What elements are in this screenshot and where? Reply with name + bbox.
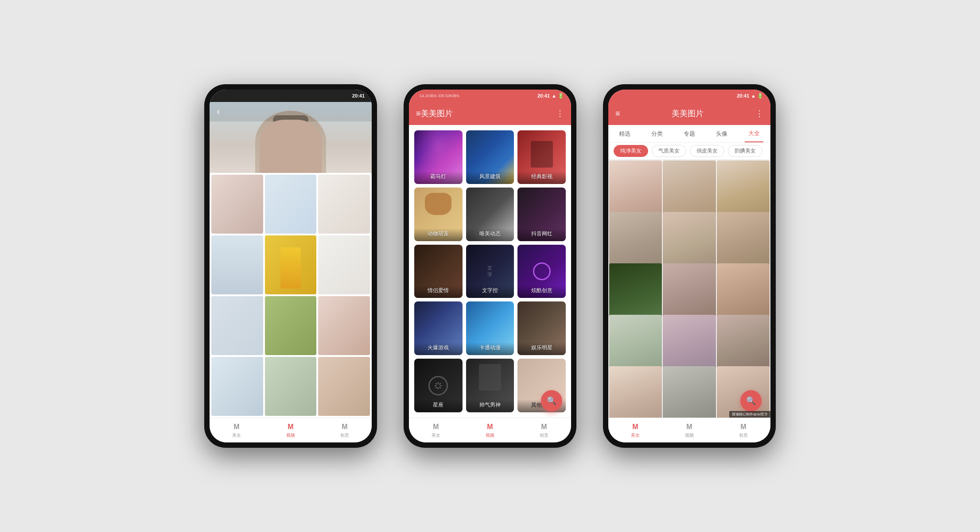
nav2-creative-label: 创意 [540,432,548,438]
cat-animals-label: 动物萌宠 [414,228,463,241]
filter-charm[interactable]: 韵腆美女 [728,145,762,157]
nav-item-creative[interactable]: M 创意 [318,420,372,441]
nav-meinv-label: 美女 [232,432,241,438]
nav3-item-meinv[interactable]: M 美女 [608,420,662,441]
phone-2-status-time: 20:41 [537,93,550,98]
phone-3-fab-icon: 🔍 [746,396,756,406]
status-icons: ▲ 🔋 [552,93,564,99]
cat-movie[interactable]: 经典影视 [517,130,566,184]
nav-item-meinv[interactable]: M 美女 [210,420,264,441]
phone-3-menu-icon[interactable]: ≡ [615,109,620,118]
nav3-item-video[interactable]: M 视频 [662,420,716,441]
phone-2-app-title: 美美图片 [421,108,556,119]
cat-douyin[interactable]: 抖音网红 [517,188,566,241]
cat-landscape[interactable]: 风景建筑 [466,130,514,184]
beauty-photo-grid [608,160,770,418]
phone-2-status-bar: 14.1KiB/s 335.53KiB/s 20:41 ▲ 🔋 [409,90,571,102]
phone-3-app-title: 美美图片 [620,108,755,119]
cat-anime[interactable]: 唯美动态 [466,188,514,241]
nav-meinv-icon: M [231,422,242,431]
phone-3-app-bar: ≡ 美美图片 ⋮ [608,102,770,125]
phone-3-fab[interactable]: 🔍 [740,390,762,411]
nav2-meinv-icon: M [431,422,441,431]
gallery-cell[interactable] [265,296,317,355]
tab-daquan[interactable]: 大全 [745,125,763,142]
scene: 20:41 ‹ [0,0,980,532]
nav2-meinv-label: 美女 [432,432,440,438]
phone-3-status-bar: 20:41 ▲ 🔋 [608,90,770,102]
phone-2-screen: 14.1KiB/s 335.53KiB/s 20:41 ▲ 🔋 ≡ 美美图片 ⋮… [409,90,571,442]
watermark: 屋城精心制作@3d官方 [729,411,770,418]
cat-movie-label: 经典影视 [517,171,566,184]
nav3-meinv-label: 美女 [631,432,640,438]
phone-3: 20:41 ▲ 🔋 ≡ 美美图片 ⋮ 精选 分类 专题 头像 大全 纯净美女 气… [603,84,776,448]
nav2-video-icon: M [485,422,495,431]
gallery-row-4 [211,357,370,416]
cat-anime-label: 唯美动态 [466,228,514,241]
phone-1-status-bar: 20:41 [210,90,372,102]
phone-1-status-time: 20:41 [352,93,365,98]
nav2-item-video[interactable]: M 视频 [463,420,517,441]
phone-2: 14.1KiB/s 335.53KiB/s 20:41 ▲ 🔋 ≡ 美美图片 ⋮… [404,84,576,448]
cat-creative[interactable]: 炫酷创意 [517,245,566,298]
filter-cute[interactable]: 俏皮美女 [690,145,724,157]
beauty-cell-13[interactable] [609,366,662,418]
gallery-cell[interactable] [211,296,263,355]
nav3-item-creative[interactable]: M 创意 [716,420,770,441]
nav2-item-meinv[interactable]: M 美女 [409,420,463,441]
phone-3-status-icons: ▲ 🔋 [751,93,763,99]
cat-cartoon-label: 卡通动漫 [466,342,514,355]
gallery-cell[interactable] [265,357,317,416]
cat-couple[interactable]: 情侣爱情 [414,245,463,298]
nav2-item-creative[interactable]: M 创意 [517,420,571,441]
phone-1-screen: 20:41 ‹ [210,90,372,442]
tab-jingxuan[interactable]: 精选 [615,125,634,142]
gallery-cell[interactable] [265,175,317,234]
phone-3-bottom-nav: M 美女 M 视频 M 创意 屋城精心制作@3d官方 [608,418,770,442]
gallery-cell[interactable] [318,357,370,416]
cat-text[interactable]: 文字 文字控 [466,245,514,298]
nav-video-icon: M [285,422,296,431]
gallery-cell[interactable] [211,175,263,234]
nav2-creative-icon: M [539,422,549,431]
cat-landscape-label: 风景建筑 [466,171,514,184]
cat-animals[interactable]: 动物萌宠 [414,188,463,241]
gallery-hero-image: ‹ [210,102,372,173]
phone-2-menu-icon[interactable]: ≡ [416,109,421,118]
cat-celeb[interactable]: 娱乐明星 [517,301,566,355]
nav-creative-icon: M [339,422,350,431]
phone-3-filter-row: 纯净美女 气质美女 俏皮美女 韵腆美女 [608,143,770,160]
nav-video-label: 视频 [286,432,295,438]
cat-aurora[interactable]: 霸马灯 [414,130,463,184]
cat-creative-label: 炫酷创意 [517,285,566,298]
cat-zodiac[interactable]: 星座 [414,359,463,412]
cat-cartoon[interactable]: 卡通动漫 [466,301,514,355]
gallery-cell[interactable] [318,235,370,294]
beauty-cell-14[interactable] [663,366,716,418]
gallery-cell[interactable] [318,296,370,355]
gallery-cell[interactable] [211,235,263,294]
phone-1-bottom-nav: M 美女 M 视频 M 创意 [210,418,372,442]
gallery-cell[interactable] [318,175,370,234]
phone-2-fab[interactable]: 🔍 [541,390,562,411]
cat-game[interactable]: 火爆游戏 [414,301,463,355]
tab-toutou[interactable]: 头像 [712,125,731,142]
filter-elegant[interactable]: 气质美女 [652,145,686,157]
tab-fenlei[interactable]: 分类 [648,125,666,142]
filter-pure[interactable]: 纯净美女 [614,145,648,157]
phone-2-bottom-nav: M 美女 M 视频 M 创意 [409,418,571,442]
phone-2-network-speed: 14.1KiB/s 335.53KiB/s [420,94,459,98]
cat-celeb-label: 娱乐明星 [517,342,566,355]
gallery-cell[interactable] [265,235,317,294]
nav-item-video[interactable]: M 视频 [264,420,318,441]
cat-handsome[interactable]: 帅气男神 [466,359,514,412]
tab-zhuanti[interactable]: 专题 [680,125,699,142]
gallery-row-3 [211,296,370,355]
category-grid: 霸马灯 风景建筑 经典影视 动物萌宠 唯美动态 抖音网红 [409,125,571,418]
phone-3-more-icon[interactable]: ⋮ [755,109,763,118]
cat-aurora-label: 霸马灯 [414,171,463,184]
phone-2-more-icon[interactable]: ⋮ [556,109,564,118]
gallery-cell[interactable] [211,357,263,416]
beauty-cell-15[interactable] [717,366,770,418]
gallery-back-icon[interactable]: ‹ [217,106,220,117]
